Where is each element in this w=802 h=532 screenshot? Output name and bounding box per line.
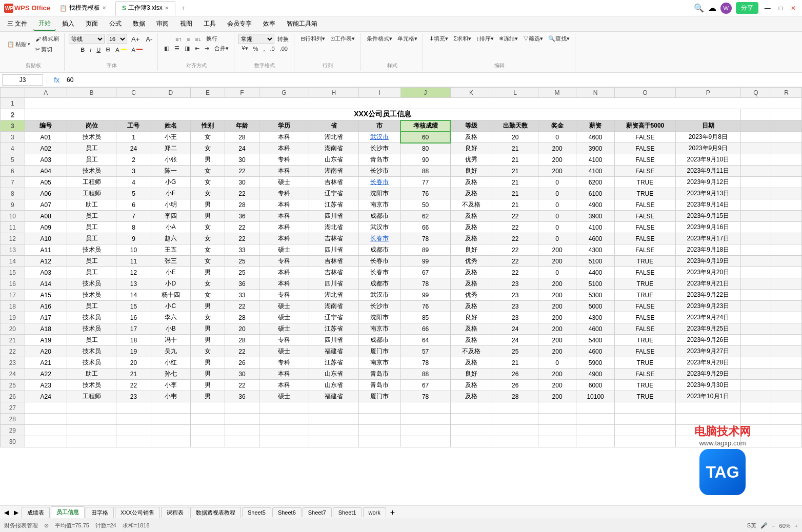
data-cell[interactable]: 南京市: [358, 357, 400, 369]
data-cell[interactable]: 四川省: [309, 244, 358, 256]
empty-cell[interactable]: [492, 436, 538, 447]
data-cell[interactable]: 4100: [576, 222, 614, 233]
data-cell[interactable]: 0: [538, 357, 576, 369]
data-cell[interactable]: [771, 132, 802, 143]
data-cell[interactable]: 湖北省: [309, 222, 358, 233]
data-cell[interactable]: A18: [25, 323, 67, 335]
data-cell[interactable]: 4900: [576, 199, 614, 211]
data-cell[interactable]: 200: [538, 278, 576, 290]
align-left[interactable]: ◧: [162, 44, 171, 53]
data-cell[interactable]: 2023年9月28日: [676, 357, 741, 369]
prev-sheet-button[interactable]: ◀: [2, 509, 11, 516]
data-cell[interactable]: 男: [190, 301, 225, 312]
data-cell[interactable]: 200: [538, 391, 576, 402]
data-cell[interactable]: 良好: [450, 143, 492, 154]
data-cell[interactable]: A09: [25, 222, 67, 233]
data-cell[interactable]: 专科: [259, 256, 309, 267]
data-cell[interactable]: 长春市: [358, 177, 400, 188]
data-cell[interactable]: 0: [538, 132, 576, 143]
data-cell[interactable]: 88: [400, 369, 450, 380]
data-cell[interactable]: FALSE: [614, 233, 675, 244]
data-cell[interactable]: 四川省: [309, 278, 358, 290]
data-cell[interactable]: A21: [25, 357, 67, 369]
data-cell[interactable]: 福建省: [309, 346, 358, 357]
sheet-tab-grades[interactable]: 成绩表: [22, 507, 50, 518]
data-cell[interactable]: 员工: [67, 154, 116, 166]
data-cell[interactable]: 25: [492, 346, 538, 357]
bold-button[interactable]: B: [78, 46, 87, 54]
cell-style-button[interactable]: 单元格▾: [395, 34, 419, 44]
empty-cell[interactable]: [771, 402, 802, 414]
empty-cell[interactable]: [400, 425, 450, 436]
paste-button[interactable]: 📋 粘贴 ▾: [5, 39, 32, 49]
data-cell[interactable]: FALSE: [614, 301, 675, 312]
data-cell[interactable]: 小张: [151, 154, 190, 166]
data-cell[interactable]: 66: [400, 222, 450, 233]
data-cell[interactable]: 5000: [576, 301, 614, 312]
sheet-tab-employees[interactable]: 员工信息: [51, 506, 85, 518]
data-cell[interactable]: 8: [116, 222, 151, 233]
data-cell[interactable]: 武汉市: [358, 132, 400, 143]
data-cell[interactable]: 2023年9月15日: [676, 211, 741, 222]
data-cell[interactable]: 江苏省: [309, 323, 358, 335]
add-tab-button[interactable]: +: [178, 5, 188, 12]
data-cell[interactable]: 李六: [151, 312, 190, 323]
decimal-decrease[interactable]: .00: [278, 45, 290, 53]
data-cell[interactable]: FALSE: [614, 166, 675, 177]
data-cell[interactable]: FALSE: [614, 132, 675, 143]
merge-button[interactable]: 合并▾: [212, 44, 231, 53]
data-cell[interactable]: 200: [538, 154, 576, 166]
data-cell[interactable]: 85: [400, 312, 450, 323]
thousands-button[interactable]: ,: [261, 45, 267, 53]
data-cell[interactable]: 女: [190, 233, 225, 244]
data-cell[interactable]: TRUE: [614, 256, 675, 267]
col-header-D[interactable]: D: [151, 88, 190, 98]
data-cell[interactable]: 28: [225, 312, 259, 323]
zoom-in-button[interactable]: +: [795, 523, 798, 529]
data-cell[interactable]: A20: [25, 346, 67, 357]
empty-cell[interactable]: [740, 436, 771, 447]
data-cell[interactable]: 小王: [151, 132, 190, 143]
data-cell[interactable]: 本科: [259, 380, 309, 391]
data-cell[interactable]: 20: [225, 323, 259, 335]
data-cell[interactable]: 2023年9月25日: [676, 323, 741, 335]
empty-cell[interactable]: [450, 425, 492, 436]
empty-cell[interactable]: [67, 402, 116, 414]
data-cell[interactable]: FALSE: [614, 312, 675, 323]
align-middle[interactable]: ≡: [185, 35, 192, 43]
data-cell[interactable]: 2023年9月10日: [676, 154, 741, 166]
data-cell[interactable]: 硕士: [259, 323, 309, 335]
data-cell[interactable]: 四川省: [309, 335, 358, 346]
empty-cell[interactable]: [450, 414, 492, 425]
data-cell[interactable]: 2023年9月22日: [676, 290, 741, 301]
data-cell[interactable]: 湖南省: [309, 301, 358, 312]
empty-cell[interactable]: [190, 402, 225, 414]
data-cell[interactable]: 本科: [259, 267, 309, 278]
sheet-tab-5[interactable]: Sheet5: [242, 507, 271, 517]
data-cell[interactable]: 青岛市: [358, 380, 400, 391]
data-cell[interactable]: [740, 346, 771, 357]
empty-cell[interactable]: [538, 425, 576, 436]
row-num[interactable]: 30: [1, 436, 25, 447]
underline-button[interactable]: U: [94, 46, 103, 54]
data-cell[interactable]: TRUE: [614, 380, 675, 391]
data-cell[interactable]: 62: [400, 211, 450, 222]
data-cell[interactable]: 90: [400, 154, 450, 166]
align-right[interactable]: ◨: [183, 44, 192, 53]
data-cell[interactable]: 男: [190, 391, 225, 402]
data-cell[interactable]: TRUE: [614, 357, 675, 369]
close-tab-icon[interactable]: ✕: [102, 5, 106, 11]
data-cell[interactable]: 张三: [151, 256, 190, 267]
data-cell[interactable]: 江苏省: [309, 357, 358, 369]
data-cell[interactable]: 3: [116, 166, 151, 177]
data-cell[interactable]: A12: [25, 256, 67, 267]
data-cell[interactable]: 男: [190, 380, 225, 391]
zoom-out-button[interactable]: −: [772, 523, 775, 529]
data-cell[interactable]: 24: [492, 335, 538, 346]
data-cell[interactable]: 长春市: [358, 233, 400, 244]
empty-cell[interactable]: [116, 425, 151, 436]
data-cell[interactable]: 技术员: [67, 380, 116, 391]
empty-cell[interactable]: [309, 414, 358, 425]
data-cell[interactable]: 专科: [259, 290, 309, 301]
data-cell[interactable]: 吴九: [151, 346, 190, 357]
